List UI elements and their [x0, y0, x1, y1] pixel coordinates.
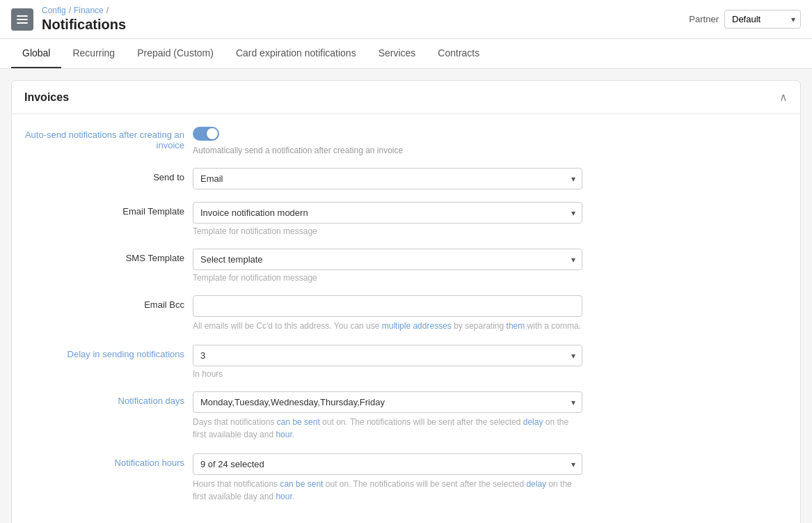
delay-hint: In hours	[193, 369, 582, 379]
notification-hours-control: 9 of 24 selected Hours that notification…	[193, 453, 582, 503]
email-template-control: Invoice notification modern Invoice noti…	[193, 202, 582, 236]
email-bcc-label: Email Bcc	[24, 295, 184, 310]
auto-send-toggle[interactable]	[193, 127, 219, 141]
tab-prepaid[interactable]: Prepaid (Custom)	[126, 39, 225, 68]
notification-hours-select-wrapper: 9 of 24 selected	[193, 453, 582, 475]
notification-hours-row: Notification hours 9 of 24 selected Hour…	[24, 453, 788, 503]
notification-days-label: Notification days	[24, 391, 184, 406]
email-bcc-row: Email Bcc All emails will be Cc'd to thi…	[24, 295, 788, 332]
invoices-section: Invoices ∧ Auto-send notifications after…	[11, 80, 801, 523]
email-bcc-input[interactable]	[193, 295, 582, 317]
send-to-select-wrapper: Email SMS Both	[193, 168, 582, 189]
tabs-bar: Global Recurring Prepaid (Custom) Card e…	[0, 39, 812, 69]
page-title: Notifications	[42, 17, 680, 33]
section-body: Auto-send notifications after creating a…	[12, 114, 800, 523]
partner-select[interactable]: Default Other	[724, 10, 801, 29]
section-title: Invoices	[24, 91, 69, 104]
section-header: Invoices ∧	[12, 81, 800, 114]
send-to-label: Send to	[24, 168, 184, 182]
tab-recurring[interactable]: Recurring	[61, 39, 126, 68]
notification-days-select[interactable]: Monday,Tuesday,Wednesday,Thursday,Friday	[193, 391, 582, 413]
delay-select[interactable]: 1 2 3 6 12 24	[193, 345, 582, 366]
sms-template-label: SMS Template	[24, 249, 184, 263]
notification-hours-hint: Hours that notifications can be sent out…	[193, 478, 582, 503]
content: Invoices ∧ Auto-send notifications after…	[0, 69, 812, 523]
app-header: Config / Finance / Notifications Partner…	[0, 0, 812, 39]
notification-days-select-wrapper: Monday,Tuesday,Wednesday,Thursday,Friday	[193, 391, 582, 413]
sms-template-row: SMS Template Select template SMS notific…	[24, 249, 788, 283]
toggle-track	[193, 127, 219, 141]
breadcrumb-sep2: /	[106, 6, 109, 15]
sms-template-control: Select template SMS notification 1 Templ…	[193, 249, 582, 283]
tab-global[interactable]: Global	[11, 39, 61, 68]
collapse-icon[interactable]: ∧	[779, 91, 788, 104]
delay-select-wrapper: 1 2 3 6 12 24	[193, 345, 582, 366]
email-template-hint: Template for notification message	[193, 226, 582, 236]
breadcrumb: Config / Finance /	[42, 6, 680, 15]
email-template-select-wrapper: Invoice notification modern Invoice noti…	[193, 202, 582, 224]
tab-contracts[interactable]: Contracts	[427, 39, 491, 68]
delay-control: 1 2 3 6 12 24 In hours	[193, 345, 582, 379]
breadcrumb-sep1: /	[69, 6, 71, 15]
notification-hours-select[interactable]: 9 of 24 selected	[193, 453, 582, 475]
tab-services[interactable]: Services	[367, 39, 427, 68]
tab-card-expiration[interactable]: Card expiration notifications	[225, 39, 367, 68]
auto-send-label: Auto-send notifications after creating a…	[24, 127, 184, 150]
sms-template-select[interactable]: Select template SMS notification 1	[193, 249, 582, 270]
notification-days-row: Notification days Monday,Tuesday,Wednesd…	[24, 391, 788, 441]
auto-send-desc: Automatically send a notification after …	[193, 146, 788, 155]
email-bcc-control: All emails will be Cc'd to this address.…	[193, 295, 582, 332]
app-icon	[11, 8, 33, 31]
partner-select-wrapper: Default Other	[724, 10, 801, 29]
notification-days-hint: Days that notifications can be sent out …	[193, 416, 582, 441]
header-title-area: Config / Finance / Notifications	[42, 6, 680, 33]
email-template-row: Email Template Invoice notification mode…	[24, 202, 788, 236]
partner-label: Partner	[689, 14, 719, 24]
email-template-label: Email Template	[24, 202, 184, 217]
partner-selector: Partner Default Other	[689, 10, 801, 29]
delay-label: Delay in sending notifications	[24, 345, 184, 359]
email-bcc-hint: All emails will be Cc'd to this address.…	[193, 320, 582, 332]
notification-days-control: Monday,Tuesday,Wednesday,Thursday,Friday…	[193, 391, 582, 441]
email-template-select[interactable]: Invoice notification modern Invoice noti…	[193, 202, 582, 224]
auto-send-area: Automatically send a notification after …	[193, 127, 788, 155]
auto-send-row: Auto-send notifications after creating a…	[24, 127, 788, 155]
sms-template-select-wrapper: Select template SMS notification 1	[193, 249, 582, 270]
sms-template-hint: Template for notification message	[193, 273, 582, 283]
delay-row: Delay in sending notifications 1 2 3 6 1…	[24, 345, 788, 379]
toggle-thumb	[207, 128, 218, 139]
send-to-select[interactable]: Email SMS Both	[193, 168, 582, 189]
notification-hours-label: Notification hours	[24, 453, 184, 468]
breadcrumb-finance[interactable]: Finance	[74, 6, 104, 15]
send-to-control: Email SMS Both	[193, 168, 582, 189]
breadcrumb-config[interactable]: Config	[42, 6, 66, 15]
send-to-row: Send to Email SMS Both	[24, 168, 788, 189]
